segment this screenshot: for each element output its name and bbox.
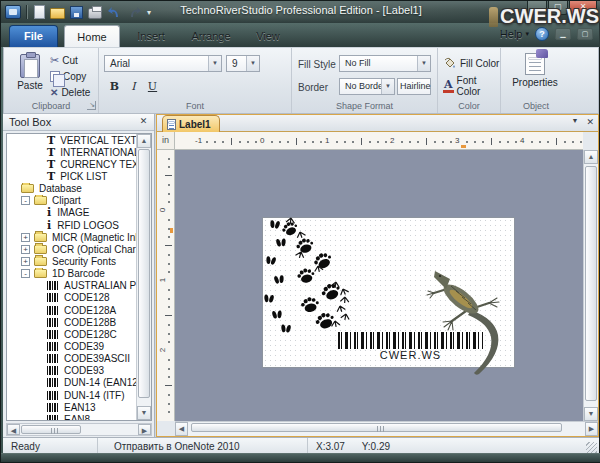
tree-item[interactable]: CODE128C [7,328,136,340]
chevron-down-icon[interactable]: ▼ [246,56,259,71]
tree-item-label: INTERNATIONAL TEXT [60,147,136,158]
underline-button[interactable]: U [144,78,161,94]
close-document-icon[interactable]: ✕ [586,117,594,127]
undo-icon[interactable] [107,5,122,20]
tree-item[interactable]: TCURRENCY TEXT [7,158,136,170]
font-size-combo[interactable]: 9▼ [226,55,260,72]
font-family-combo[interactable]: Arial▼ [104,55,222,72]
tab-home[interactable]: Home [64,25,120,47]
scrollbar-thumb[interactable] [138,149,150,398]
resize-grip[interactable] [586,442,597,453]
tree-item[interactable]: TINTERNATIONAL TEXT [7,146,136,158]
copy-button[interactable]: Copy [50,69,86,83]
scroll-right-icon[interactable]: ▶ [138,424,151,435]
document-tab-label1[interactable]: Label1 [162,115,220,132]
help-menu[interactable]: Help [500,28,523,40]
toolbox-vertical-scrollbar[interactable]: ▲ ▼ [136,134,151,420]
document-vertical-scrollbar[interactable]: ▲ ▼ [583,150,598,421]
child-restore-button[interactable]: ▢ [577,28,593,40]
barcode-item-icon [47,342,59,351]
tab-view[interactable]: View [246,25,290,47]
tree-item[interactable]: CODE39 [7,340,136,352]
toolbox-close-icon[interactable]: ✕ [137,116,150,126]
collapse-icon[interactable]: - [21,196,30,205]
tree-item[interactable]: +OCR (Optical Character F [7,243,136,255]
collapse-icon[interactable]: - [21,269,30,278]
tree-item[interactable]: DUN-14 (EAN128) [7,377,136,389]
tree-item[interactable]: CODE93 [7,365,136,377]
design-canvas[interactable]: CWER.WS [175,150,583,421]
font-color-button[interactable]: AFont Color [443,79,500,93]
document-horizontal-scrollbar[interactable]: ◀ ▶ [175,421,598,436]
chevron-down-icon[interactable]: ▼ [381,79,394,94]
delete-button[interactable]: ✕Delete [50,85,90,99]
save-icon[interactable] [70,6,83,19]
tree-item[interactable]: EAN13 [7,401,136,413]
fill-style-combo[interactable]: No Fill▼ [339,55,431,72]
tree-item[interactable]: iRFID LOGOS [7,219,136,231]
customize-caret-icon[interactable]: ▾ [147,5,151,20]
bold-button[interactable]: B [106,78,123,94]
tree-item[interactable]: TPICK LIST [7,170,136,182]
scroll-left-icon[interactable]: ◀ [7,424,20,435]
chevron-down-icon[interactable]: ▼ [417,56,430,71]
clipart-animal-tracks[interactable] [260,212,380,337]
expand-icon[interactable]: + [21,257,30,266]
tab-list-caret-icon[interactable]: ▼ [572,117,579,127]
chevron-down-icon[interactable]: ▼ [208,56,221,71]
help-caret-icon[interactable]: ▾ [525,30,529,38]
maximize-button[interactable]: ▢ [548,1,568,15]
ruler-number: 2 [159,348,167,352]
expand-icon[interactable]: + [21,245,30,254]
tree-item[interactable]: EAN8 [7,413,136,420]
cut-button[interactable]: ✂Cut [50,53,78,67]
fill-color-button[interactable]: Fill Color [443,56,499,70]
caption-buttons: ▁ ▢ ✕ [526,1,597,15]
tree-item[interactable]: +MICR (Magnetic Ink Char [7,231,136,243]
dialog-launcher-icon[interactable]: ↘ [87,101,96,110]
scrollbar-thumb[interactable] [21,425,81,434]
app-icon[interactable] [5,5,21,19]
scrollbar-thumb[interactable] [191,423,562,432]
tree-item[interactable]: TVERTICAL TEXT (DOW [7,134,136,146]
document-icon [167,119,176,130]
help-icon[interactable]: ? [535,27,549,41]
properties-button[interactable]: Properties [507,52,563,98]
expand-icon[interactable]: + [21,233,30,242]
tree-item[interactable]: Database [7,183,136,195]
tab-file[interactable]: File [9,25,58,47]
redo-icon[interactable] [127,5,142,20]
italic-button[interactable]: I [125,78,142,94]
tree-item[interactable]: AUSTRALIAN POST 4-S [7,280,136,292]
tree-item[interactable]: CODE128A [7,304,136,316]
close-button[interactable]: ✕ [569,1,597,15]
print-icon[interactable] [88,8,102,19]
tree-item[interactable]: DUN-14 (ITF) [7,389,136,401]
child-minimize-button[interactable]: ▁ [555,28,571,40]
new-document-icon[interactable] [34,5,45,19]
scroll-up-icon[interactable]: ▲ [137,134,151,148]
tree-item-label: EAN13 [64,402,96,413]
tree-item[interactable]: CODE128 [7,292,136,304]
scroll-right-icon[interactable]: ▶ [585,422,598,436]
tree-item[interactable]: -1D Barcode [7,268,136,280]
clipart-lizard[interactable] [421,262,519,380]
tree-item[interactable]: iIMAGE [7,207,136,219]
tree-item[interactable]: +Security Fonts [7,255,136,267]
scroll-down-icon[interactable]: ▼ [137,406,151,420]
border-weight-combo[interactable]: Hairline [397,78,431,95]
scroll-up-icon[interactable]: ▲ [584,150,598,164]
scroll-down-icon[interactable]: ▼ [584,407,598,421]
scrollbar-thumb[interactable] [585,166,597,401]
tree-item[interactable]: CODE39ASCII [7,353,136,365]
tree-item[interactable]: CODE128B [7,316,136,328]
tab-insert[interactable]: Insert [127,25,175,47]
open-icon[interactable] [50,8,65,19]
tree-item[interactable]: -Clipart [7,195,136,207]
scroll-left-icon[interactable]: ◀ [175,422,188,436]
toolbox-horizontal-scrollbar[interactable]: ◀ ▶ [6,423,152,436]
paste-button[interactable]: Paste [12,53,48,98]
minimize-button[interactable]: ▁ [527,1,547,15]
tab-arrange[interactable]: Arrange [182,25,240,47]
border-style-combo[interactable]: No Border▼ [339,78,395,95]
